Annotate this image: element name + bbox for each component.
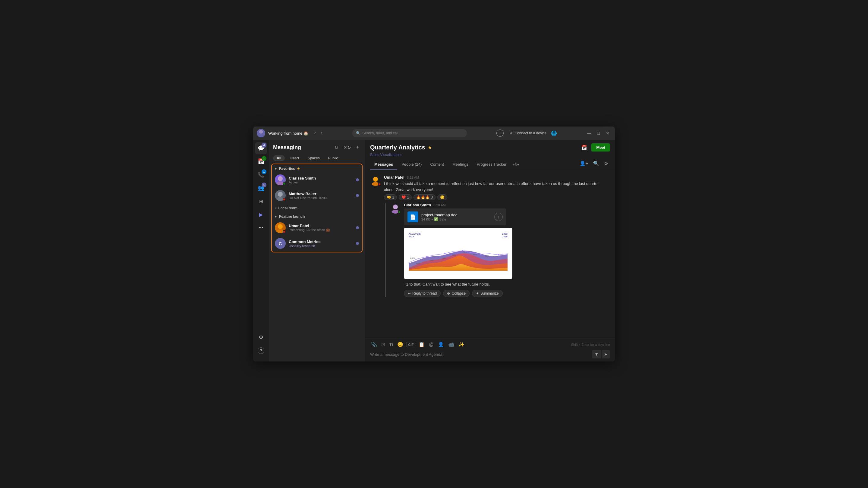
tab-all[interactable]: All [273, 155, 285, 161]
chat-title-row: Quarterly Analytics ★ 📅 Meet [370, 143, 610, 152]
svg-text:3588: 3588 [485, 255, 489, 257]
tab-public[interactable]: Public [324, 155, 342, 161]
conv-item-clarissa[interactable]: Clarissa Smith Active [273, 172, 361, 188]
search-icon: 🔍 [356, 131, 361, 135]
tab-spaces[interactable]: Spaces [304, 155, 323, 161]
search-bar[interactable]: 🔍 Search, meet, and call [352, 129, 467, 137]
avatar-clarissa [275, 174, 286, 185]
tab-content[interactable]: Content [426, 160, 448, 170]
svg-point-15 [480, 254, 481, 255]
chat-header-actions: 📅 Meet [579, 143, 610, 152]
text-format-button[interactable]: Tt [389, 341, 394, 348]
collapse-button[interactable]: ⊖ Collapse [443, 290, 470, 297]
video-button[interactable]: 📹 [447, 341, 455, 348]
sidebar-item-settings[interactable]: ⚙ [255, 331, 267, 344]
conv-item-matthew[interactable]: Matthew Baker Do Not Disturb until 16:00 [273, 188, 361, 203]
messaging-header: Messaging ↻ ✕↻ + [269, 140, 365, 154]
feature-launch-header[interactable]: ▼ Feature launch [273, 213, 361, 220]
settings-icon: ⚙ [258, 334, 264, 341]
reply-to-thread-label: Reply to thread [412, 291, 437, 295]
summarize-icon: ✦ [476, 291, 479, 295]
user-avatar[interactable] [257, 129, 265, 137]
msg-avatar-umar [370, 175, 381, 186]
tab-messages[interactable]: Messages [370, 160, 397, 170]
chat-star-icon[interactable]: ★ [428, 144, 432, 150]
sidebar-item-teams[interactable]: ▶ [255, 208, 267, 221]
tab-progress-tracker[interactable]: Progress Tracker [472, 160, 511, 170]
favorites-header[interactable]: ▼ Favorites ★ [273, 165, 361, 172]
conv-item-umar[interactable]: Umar Patel Presenting • At the office 💼 [273, 220, 361, 235]
maximize-button[interactable]: □ [595, 130, 601, 136]
filter-button[interactable]: ✕↻ [342, 144, 352, 151]
conv-info-matthew: Matthew Baker Do Not Disturb until 16:00 [289, 192, 353, 200]
tab-more-button[interactable]: +3 ▾ [511, 160, 521, 169]
sidebar-nav: 💬 4 📅 1 📞 1 👥 1 ⊞ ▶ ••• [253, 140, 269, 361]
send-button[interactable]: ➤ [601, 350, 610, 358]
compose-button[interactable]: + [354, 143, 361, 152]
download-button[interactable]: ↓ [494, 213, 503, 221]
chart-label-left: ANALYSIS 2014 [409, 233, 421, 238]
tab-people[interactable]: People (24) [397, 160, 426, 170]
collapse-label: Collapse [452, 291, 466, 295]
meet-button[interactable]: Meet [591, 143, 610, 152]
add-button[interactable]: + [496, 130, 504, 137]
chat-settings-button[interactable]: ⚙ [602, 159, 610, 167]
schedule-button[interactable]: 📅 [579, 143, 589, 152]
sidebar-item-more[interactable]: ••• [255, 222, 267, 234]
gif-button[interactable]: GIF [407, 342, 415, 347]
msg-reactions-umar: 🤜 1 ❤️ 1 🔥🔥🔥 3 😊 [384, 194, 610, 200]
nav-back-button[interactable]: ‹ [313, 130, 318, 136]
nav-buttons: ‹ › [313, 130, 324, 136]
avatar-umar [275, 222, 286, 233]
svg-text:24657: 24657 [410, 257, 415, 259]
minimize-button[interactable]: — [585, 130, 593, 136]
reaction-fire[interactable]: 🔥🔥🔥 3 [413, 194, 435, 200]
send-options-button[interactable]: ▼ [592, 350, 601, 358]
emoji-button[interactable]: 😊 [396, 341, 404, 348]
message-input[interactable] [370, 351, 590, 358]
tab-direct[interactable]: Direct [286, 155, 303, 161]
sidebar-item-apps[interactable]: ⊞ [255, 195, 267, 207]
file-meta: 24 KB • ✅ Safe [421, 217, 491, 221]
sidebar-item-calls[interactable]: 📞 1 [255, 169, 267, 181]
nav-forward-button[interactable]: › [319, 130, 324, 136]
connect-device-button[interactable]: 🖥 Connect to a device [509, 131, 547, 135]
reaction-smile[interactable]: 😊 [437, 194, 447, 200]
chat-subtitle: Sales Visualizations [370, 153, 610, 157]
close-button[interactable]: ✕ [604, 130, 611, 136]
reply-to-thread-button[interactable]: ↩ Reply to thread [404, 290, 441, 297]
search-chat-button[interactable]: 🔍 [591, 159, 601, 167]
favorites-chevron: ▼ [274, 167, 277, 170]
msg-header-clarissa: Clarissa Smith 8:28 AM [404, 203, 610, 207]
unread-dot-common-metrics [356, 242, 359, 245]
sidebar-item-help[interactable]: ? [255, 345, 267, 357]
svg-point-2 [278, 176, 283, 181]
ai-button[interactable]: ✨ [458, 341, 465, 348]
refresh-button[interactable]: ↻ [333, 144, 340, 151]
message-row-umar: Umar Patel 8:12 AM I think we should all… [370, 175, 610, 300]
attach-button[interactable]: 📎 [370, 341, 378, 348]
msg-time-umar: 8:12 AM [407, 175, 419, 179]
summarize-label: Summarize [480, 291, 499, 295]
msg-avatar-clarissa [390, 203, 401, 214]
sidebar-item-chat[interactable]: 💬 4 [255, 142, 267, 154]
mention-button[interactable]: @ [428, 341, 435, 348]
add-people-button[interactable]: 👤+ [578, 159, 590, 167]
svg-text:2506: 2506 [430, 259, 434, 261]
msg-sender-clarissa: Clarissa Smith [404, 203, 431, 207]
people-mention-button[interactable]: 👤 [437, 341, 445, 348]
tab-meetings[interactable]: Meetings [448, 160, 472, 170]
sticker-button[interactable]: 📋 [418, 341, 426, 348]
conv-item-common-metrics[interactable]: C Common Metrics Usability research [273, 235, 361, 251]
reaction-heart[interactable]: ❤️ 1 [399, 194, 412, 200]
format-button[interactable]: ⊡ [380, 341, 386, 348]
msg-text-umar: I think we should all take a moment to r… [384, 181, 610, 193]
conv-name-clarissa: Clarissa Smith [289, 176, 353, 181]
sidebar-item-calendar[interactable]: 📅 1 [255, 156, 267, 167]
feature-launch-label: Feature launch [279, 215, 305, 219]
local-team-label: Local team [278, 206, 298, 210]
summarize-button[interactable]: ✦ Summarize [472, 290, 503, 297]
reaction-fist[interactable]: 🤜 1 [384, 194, 397, 200]
group-item-local-team[interactable]: › Local team [273, 203, 361, 213]
sidebar-item-people[interactable]: 👥 1 [255, 182, 267, 194]
